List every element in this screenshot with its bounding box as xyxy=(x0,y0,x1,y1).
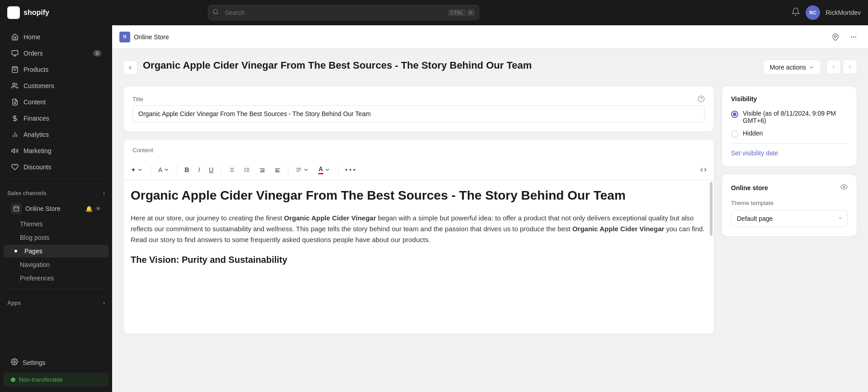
settings-label: Settings xyxy=(23,359,46,366)
products-label: Products xyxy=(24,66,48,73)
title-card: Title xyxy=(123,86,714,132)
analytics-label: Analytics xyxy=(24,131,49,138)
next-arrow-button[interactable] xyxy=(843,60,857,74)
themes-label: Themes xyxy=(20,220,43,228)
sidebar-item-preferences[interactable]: Preferences xyxy=(4,272,108,285)
content-editor[interactable]: Organic Apple Cider Vinegar From The Bes… xyxy=(123,180,714,334)
back-button[interactable] xyxy=(123,61,137,75)
circle-icon xyxy=(11,378,15,382)
sidebar-item-finances[interactable]: Finances xyxy=(4,111,108,126)
logo-text: shopify xyxy=(24,9,49,17)
sidebar-item-pages[interactable]: Pages xyxy=(4,245,108,257)
more-tools-button[interactable]: • • • xyxy=(342,164,359,175)
store-badge: H Online Store xyxy=(119,32,169,42)
online-store-label: Online Store xyxy=(25,205,61,212)
search-bar[interactable]: CTRL K xyxy=(208,5,479,20)
more-actions-label: More actions xyxy=(770,64,806,71)
sidebar-item-online-store[interactable]: Online Store 🔔 👁 xyxy=(4,201,108,217)
store-name: Online Store xyxy=(134,33,169,41)
title-input[interactable] xyxy=(132,105,705,122)
indent-button[interactable] xyxy=(255,165,269,175)
side-column: Visibility Visible (as of 8/11/2024, 9:0… xyxy=(722,86,857,237)
theme-template-select[interactable]: Default page xyxy=(731,210,848,227)
non-transferable-badge[interactable]: Non-transferable xyxy=(4,373,108,387)
toolbar-separator-3 xyxy=(221,165,221,174)
font-button[interactable]: A xyxy=(155,164,173,175)
apps-section-header[interactable]: Apps › xyxy=(0,296,112,310)
outdent-button[interactable] xyxy=(271,165,284,175)
eye-icon[interactable]: 👁 xyxy=(95,205,101,212)
italic-button[interactable]: I xyxy=(194,164,203,175)
sidebar-item-orders[interactable]: Orders 9 xyxy=(4,46,108,61)
bell-small-icon[interactable]: 🔔 xyxy=(85,205,93,212)
set-visibility-date-link[interactable]: Set visibility date xyxy=(731,149,778,157)
secondary-nav-actions xyxy=(828,30,861,44)
active-dot xyxy=(14,250,17,252)
customers-icon xyxy=(11,82,19,90)
content-toolbar: ✦ A B I U xyxy=(123,160,714,180)
username: RickMortdev xyxy=(826,9,861,16)
unordered-list-button[interactable] xyxy=(225,165,238,175)
sidebar-item-navigation[interactable]: Navigation xyxy=(4,258,108,271)
sidebar-item-themes[interactable]: Themes xyxy=(4,218,108,230)
topbar: shopify CTRL K RC RickMortdev xyxy=(0,0,868,25)
hidden-radio-label: Hidden xyxy=(743,130,763,137)
toolbar-separator-2 xyxy=(177,165,177,174)
settings-icon xyxy=(11,358,18,367)
sales-channels-header[interactable]: Sales channels › xyxy=(0,187,112,200)
prev-arrow-button[interactable] xyxy=(826,60,841,74)
editor-scrollbar[interactable] xyxy=(709,180,713,334)
discounts-icon xyxy=(11,163,19,171)
notifications-bell[interactable] xyxy=(791,7,800,18)
non-transferable-label: Non-transferable xyxy=(19,376,63,383)
toolbar-separator-1 xyxy=(151,165,151,174)
sidebar-item-analytics[interactable]: Analytics xyxy=(4,127,108,142)
sidebar-item-products[interactable]: Products xyxy=(4,62,108,77)
bold-button[interactable]: B xyxy=(181,164,193,175)
svg-point-6 xyxy=(13,83,15,85)
content-label: Content xyxy=(24,98,46,106)
sidebar-item-content[interactable]: Content xyxy=(4,94,108,110)
hidden-radio-item[interactable]: Hidden xyxy=(731,130,848,138)
underline-button[interactable]: U xyxy=(205,164,217,175)
products-icon xyxy=(11,65,19,74)
sidebar-item-marketing[interactable]: Marketing xyxy=(4,143,108,159)
online-store-card: Online store Theme template Default page xyxy=(722,174,857,237)
content-label: Content xyxy=(132,147,705,154)
online-store-actions: 🔔 👁 xyxy=(85,205,101,212)
sidebar-item-customers[interactable]: Customers xyxy=(4,78,108,93)
pin-icon-button[interactable] xyxy=(828,30,843,44)
analytics-icon xyxy=(11,131,19,139)
visible-radio-item[interactable]: Visible (as of 8/11/2024, 9:09 PM GMT+6) xyxy=(731,110,848,124)
search-input[interactable] xyxy=(208,5,479,20)
sidebar-item-settings[interactable]: Settings xyxy=(4,355,108,370)
content-icon xyxy=(11,98,19,106)
editor-scrollbar-thumb xyxy=(710,182,712,236)
toolbar-separator-4 xyxy=(288,165,288,174)
sidebar-item-discounts[interactable]: Discounts xyxy=(4,159,108,175)
svg-point-42 xyxy=(843,186,845,188)
visible-radio-label: Visible (as of 8/11/2024, 9:09 PM GMT+6) xyxy=(743,110,848,124)
ai-tool-button[interactable]: ✦ xyxy=(127,164,147,175)
avatar[interactable]: RC xyxy=(806,5,820,20)
source-button[interactable] xyxy=(697,165,710,175)
sidebar-item-home[interactable]: Home xyxy=(4,29,108,45)
finances-label: Finances xyxy=(24,115,49,122)
align-button[interactable] xyxy=(292,165,313,175)
online-store-eye-icon[interactable] xyxy=(840,183,848,192)
discounts-label: Discounts xyxy=(24,163,51,171)
visibility-title: Visibility xyxy=(731,95,848,103)
more-options-button[interactable] xyxy=(846,30,861,44)
ordered-list-button[interactable] xyxy=(240,165,254,175)
content-subheading: The Vision: Purity and Sustainability xyxy=(131,252,707,267)
blog-posts-label: Blog posts xyxy=(20,234,49,241)
search-keyboard-shortcut: CTRL K xyxy=(448,9,475,16)
sidebar-item-blog-posts[interactable]: Blog posts xyxy=(4,231,108,244)
pages-label: Pages xyxy=(24,247,42,255)
store-badge-icon: H xyxy=(119,32,130,42)
online-store-icon xyxy=(11,203,22,214)
color-button[interactable]: A xyxy=(315,163,334,176)
search-icon xyxy=(212,9,219,17)
more-actions-button[interactable]: More actions xyxy=(763,60,821,75)
sidebar-divider-2 xyxy=(7,289,105,289)
